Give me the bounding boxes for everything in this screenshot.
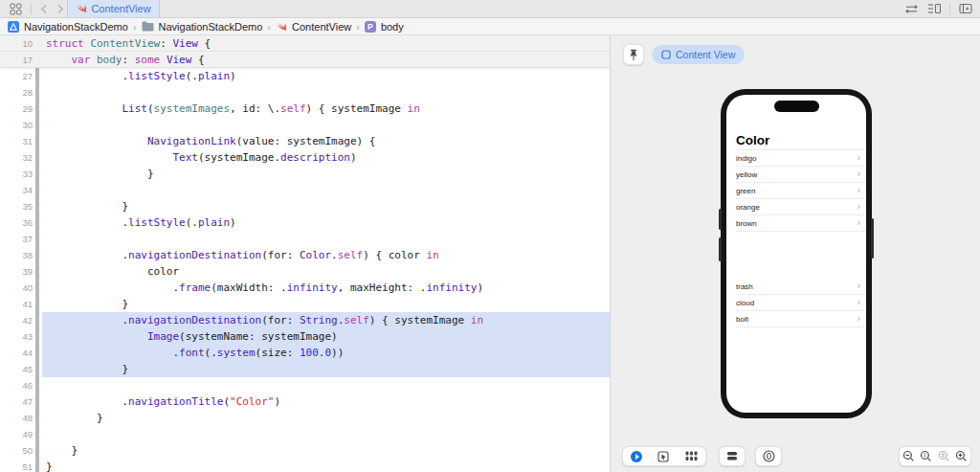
code-line[interactable]: 49 (0, 426, 610, 442)
line-number[interactable]: 47 (0, 393, 33, 410)
line-number[interactable]: 40 (0, 280, 33, 296)
code-line[interactable]: 42 .navigationDestination(for: String.se… (0, 312, 610, 328)
variants-button[interactable] (685, 451, 698, 461)
line-number[interactable]: 51 (0, 459, 33, 472)
list-item[interactable]: trash› (736, 279, 866, 295)
code-line[interactable]: 41 } (0, 296, 610, 312)
line-number[interactable]: 28 (0, 84, 33, 101)
code-text[interactable]: var body: some View { (46, 52, 205, 68)
code-line[interactable]: 43 Image(systemName: systemImage) (0, 328, 610, 345)
breadcrumb-item-file[interactable]: ContentView (276, 21, 351, 33)
code-line[interactable]: 36 .listStyle(.plain) (0, 214, 610, 231)
line-number[interactable]: 34 (0, 182, 33, 198)
code-text[interactable]: .listStyle(.plain) (46, 68, 236, 84)
code-text[interactable]: } (46, 198, 128, 214)
code-text[interactable]: Image(systemName: systemImage) (46, 328, 338, 345)
code-line[interactable]: 51} (0, 459, 610, 472)
code-line[interactable]: 47 .navigationTitle("Color") (0, 393, 610, 410)
code-text[interactable]: } (46, 442, 78, 459)
breadcrumb-item-project[interactable]: NavigationStackDemo (8, 21, 128, 33)
list-item[interactable]: brown› (736, 215, 866, 232)
line-number[interactable]: 46 (0, 377, 33, 393)
code-text[interactable]: .font(.system(size: 100.0)) (46, 345, 344, 361)
code-line[interactable]: 28 (0, 84, 610, 101)
code-line[interactable]: 48 } (0, 410, 610, 426)
code-line[interactable]: 31 NavigationLink(value: systemImage) { (0, 133, 610, 149)
code-line[interactable]: 35 } (0, 198, 610, 214)
code-editor[interactable]: 10struct ContentView: View {17 var body:… (0, 35, 610, 472)
code-line[interactable]: 32 Text(systemImage.description) (0, 149, 610, 166)
tab-contentview[interactable]: ContentView (67, 0, 160, 17)
line-number[interactable]: 37 (0, 231, 33, 247)
live-preview-button[interactable] (631, 451, 642, 462)
code-text[interactable]: .frame(maxWidth: .infinity, maxHeight: .… (46, 280, 483, 296)
add-editor-button[interactable] (959, 3, 972, 14)
line-number[interactable]: 44 (0, 345, 33, 361)
code-line[interactable]: 29 List(systemImages, id: \.self) { syst… (0, 101, 610, 117)
sticky-code-line[interactable]: 17 var body: some View { (0, 52, 610, 68)
line-number[interactable]: 17 (0, 52, 33, 68)
code-line[interactable]: 38 .navigationDestination(for: Color.sel… (0, 247, 610, 263)
line-number[interactable]: 32 (0, 149, 33, 166)
line-number[interactable]: 50 (0, 442, 33, 459)
code-text[interactable]: } (46, 410, 103, 426)
zoom-out-button[interactable] (902, 450, 915, 462)
code-text[interactable]: } (46, 361, 128, 377)
line-number[interactable]: 39 (0, 263, 33, 280)
selectable-preview-button[interactable] (657, 451, 669, 462)
code-line[interactable]: 40 .frame(maxWidth: .infinity, maxHeight… (0, 280, 610, 296)
line-number[interactable]: 30 (0, 117, 33, 133)
breadcrumb-item-symbol[interactable]: P body (365, 21, 404, 33)
code-line[interactable]: 27 .listStyle(.plain) (0, 68, 610, 84)
sticky-code-line[interactable]: 10struct ContentView: View { (0, 35, 610, 52)
code-text[interactable]: .navigationDestination(for: Color.self) … (46, 247, 439, 263)
zoom-to-fit-button[interactable] (938, 450, 950, 462)
code-text[interactable]: .listStyle(.plain) (46, 214, 236, 231)
code-line[interactable]: 39 color (0, 263, 610, 280)
list-item[interactable]: yellow› (736, 167, 866, 183)
list-item[interactable]: indigo› (736, 150, 866, 167)
list-item[interactable]: cloud› (736, 295, 866, 311)
phone-screen[interactable]: Color indigo›yellow›green›orange›brown› … (726, 95, 866, 413)
preview-target-chip[interactable]: Content View (652, 45, 745, 64)
code-line[interactable]: 30 (0, 117, 610, 133)
line-number[interactable]: 27 (0, 68, 33, 84)
code-text[interactable]: } (46, 296, 128, 312)
code-line[interactable]: 34 (0, 182, 610, 198)
line-number[interactable]: 45 (0, 361, 33, 377)
line-number[interactable]: 38 (0, 247, 33, 263)
line-number[interactable]: 35 (0, 198, 33, 214)
line-number[interactable]: 42 (0, 312, 33, 328)
list-item[interactable]: green› (736, 183, 866, 199)
code-line[interactable]: 50 } (0, 442, 610, 459)
code-text[interactable]: } (46, 166, 154, 182)
zoom-actual-size-button[interactable]: 1 (920, 450, 932, 462)
list-item[interactable]: orange› (736, 199, 866, 215)
forward-button[interactable] (56, 4, 64, 14)
code-line[interactable]: 33 } (0, 166, 610, 182)
code-text[interactable]: Text(systemImage.description) (46, 149, 357, 166)
line-number[interactable]: 49 (0, 426, 33, 442)
line-number[interactable]: 29 (0, 101, 33, 117)
code-text[interactable]: color (46, 263, 179, 280)
device-bezel-button[interactable] (755, 446, 782, 466)
line-number[interactable]: 41 (0, 296, 33, 312)
code-line[interactable]: 44 .font(.system(size: 100.0)) (0, 345, 610, 361)
code-line[interactable]: 45 } (0, 361, 610, 377)
device-settings-button[interactable] (719, 446, 746, 466)
breadcrumb-item-group[interactable]: NavigationStackDemo (142, 21, 263, 33)
swap-editor-button[interactable] (904, 4, 919, 14)
line-number[interactable]: 10 (0, 35, 33, 52)
zoom-in-button[interactable] (955, 450, 968, 462)
code-text[interactable]: } (46, 459, 53, 472)
related-items-grid-icon[interactable] (10, 3, 22, 15)
code-text[interactable]: struct ContentView: View { (46, 35, 211, 52)
line-number[interactable]: 33 (0, 166, 33, 182)
code-line[interactable]: 37 (0, 231, 610, 247)
pin-preview-button[interactable] (623, 44, 644, 65)
code-text[interactable]: .navigationTitle("Color") (46, 393, 280, 410)
code-text[interactable]: List(systemImages, id: \.self) { systemI… (46, 101, 420, 117)
code-line[interactable]: 46 (0, 377, 610, 393)
line-number[interactable]: 31 (0, 133, 33, 149)
back-button[interactable] (40, 4, 48, 14)
